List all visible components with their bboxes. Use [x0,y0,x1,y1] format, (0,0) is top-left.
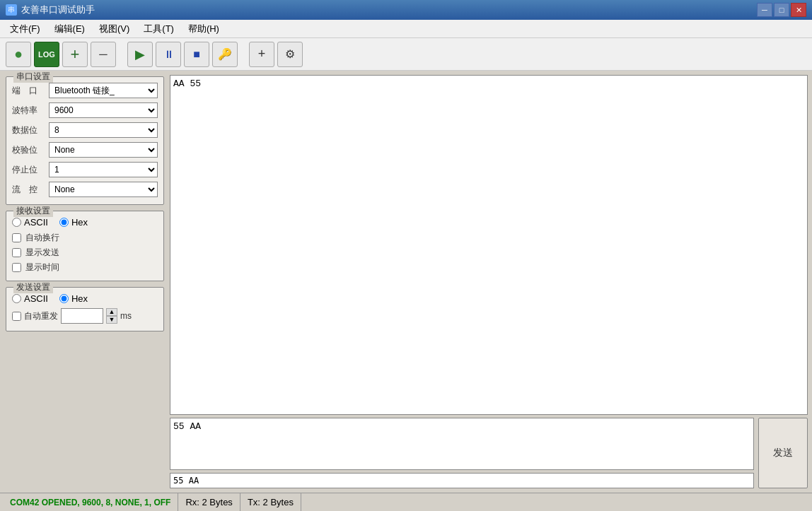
baud-select[interactable]: 9600 19200 38400 57600 115200 [49,102,158,118]
port-row: 端 口 Bluetooth 链接_ [12,83,158,98]
send-ascii-radio[interactable] [12,294,21,303]
send-input-row [170,473,754,488]
interval-unit: ms [120,311,132,321]
rx-status: Rx: 2 Bytes [178,493,240,511]
show-send-label: 显示发送 [25,247,59,259]
baud-label: 波特率 [12,105,49,117]
send-encoding-row: ASCII Hex [12,293,158,304]
key-button[interactable]: 🔑 [212,42,238,67]
add-plugin-button[interactable]: + [249,42,274,67]
status-bar: COM42 OPENED, 9600, 8, NONE, 1, OFF Rx: … [0,493,812,511]
menu-edit[interactable]: 编辑(E) [47,20,92,37]
interval-spinner: ▲ ▼ [106,308,117,324]
menu-help[interactable]: 帮助(H) [181,20,226,37]
show-send-checkbox[interactable] [12,248,21,257]
left-panel: 串口设置 端 口 Bluetooth 链接_ 波特率 9600 19200 38… [0,71,170,493]
menu-view[interactable]: 视图(V) [92,20,137,37]
send-hex-label[interactable]: Hex [59,293,88,304]
stop-bits-row: 停止位 1 1.5 2 [12,162,158,177]
add-button[interactable]: + [62,42,88,67]
flow-row: 流 控 None RTS/CTS XON/XOFF [12,182,158,197]
data-bits-row: 数据位 8 7 6 5 [12,122,158,138]
window-controls: ─ □ ✕ [757,3,806,17]
parity-row: 校验位 None Odd Even [12,142,158,158]
send-row: 55 AA 发送 [170,418,808,488]
receive-hex-label[interactable]: Hex [59,217,88,228]
send-area[interactable]: 55 AA [170,418,754,470]
right-panel: AA 55 55 AA 发送 [170,71,812,493]
show-time-row: 显示时间 [12,262,158,274]
title-bar: 串 友善串口调试助手 ─ □ ✕ [0,0,812,20]
send-combo-input[interactable] [170,473,754,488]
auto-newline-checkbox[interactable] [12,233,21,242]
receive-settings-group: 接收设置 ASCII Hex 自动换行 显示发送 [6,211,164,281]
parity-select[interactable]: None Odd Even [49,142,158,158]
baud-row: 波特率 9600 19200 38400 57600 115200 [12,102,158,118]
main-layout: 串口设置 端 口 Bluetooth 链接_ 波特率 9600 19200 38… [0,71,812,493]
data-bits-label: 数据位 [12,124,49,136]
send-area-wrap: 55 AA [170,418,754,488]
auto-resend-checkbox[interactable] [12,312,21,321]
send-button[interactable]: 发送 [758,418,808,488]
settings-button[interactable]: ⚙ [277,42,303,67]
serial-settings-group: 串口设置 端 口 Bluetooth 链接_ 波特率 9600 19200 38… [6,76,164,205]
stop-bits-select[interactable]: 1 1.5 2 [49,162,158,177]
receive-area[interactable]: AA 55 [170,75,808,415]
sub-button[interactable]: ─ [91,42,116,67]
auto-newline-row: 自动换行 [12,232,158,244]
status-main: COM42 OPENED, 9600, 8, NONE, 1, OFF [3,496,178,509]
maximize-button[interactable]: □ [774,3,789,17]
menu-file[interactable]: 文件(F) [3,20,47,37]
toolbar: ● LOG + ─ ▶ ⏸ ■ 🔑 + ⚙ [0,38,812,71]
auto-resend-label: 自动重发 [24,310,58,322]
receive-encoding-row: ASCII Hex [12,217,158,228]
tx-status: Tx: 2 Bytes [240,493,301,511]
show-time-label: 显示时间 [25,262,59,274]
interval-down[interactable]: ▼ [106,316,117,324]
stop-bits-label: 停止位 [12,164,49,176]
port-label: 端 口 [12,85,49,97]
send-ascii-label[interactable]: ASCII [12,293,48,304]
flow-label: 流 控 [12,184,49,196]
show-time-checkbox[interactable] [12,263,21,272]
send-hex-radio[interactable] [59,294,69,303]
parity-label: 校验位 [12,144,49,156]
minimize-button[interactable]: ─ [757,3,772,17]
menu-bar: 文件(F) 编辑(E) 视图(V) 工具(T) 帮助(H) [0,20,812,38]
show-send-row: 显示发送 [12,247,158,259]
data-bits-select[interactable]: 8 7 6 5 [49,122,158,138]
log-button[interactable]: LOG [34,42,59,67]
receive-hex-radio[interactable] [59,218,69,227]
play-button[interactable]: ▶ [127,42,153,67]
title-text: 友善串口调试助手 [21,4,757,16]
auto-newline-label: 自动换行 [25,232,59,244]
menu-tools[interactable]: 工具(T) [137,20,181,37]
pause-button[interactable]: ⏸ [156,42,181,67]
interval-input[interactable]: 1000 [61,308,103,324]
serial-settings-title: 串口设置 [13,71,53,83]
receive-ascii-radio[interactable] [12,218,21,227]
auto-resend-row: 自动重发 1000 ▲ ▼ ms [12,308,158,324]
receive-settings-title: 接收设置 [13,205,53,217]
send-settings-group: 发送设置 ASCII Hex 自动重发 1000 ▲ ▼ [6,287,164,331]
send-settings-title: 发送设置 [13,281,53,293]
stop-button[interactable]: ■ [184,42,209,67]
close-button[interactable]: ✕ [791,3,806,17]
app-icon: 串 [6,4,17,16]
interval-up[interactable]: ▲ [106,308,117,316]
receive-ascii-label[interactable]: ASCII [12,217,48,228]
flow-select[interactable]: None RTS/CTS XON/XOFF [49,182,158,197]
add-connection-button[interactable]: ● [6,42,31,67]
port-select[interactable]: Bluetooth 链接_ [49,83,158,98]
